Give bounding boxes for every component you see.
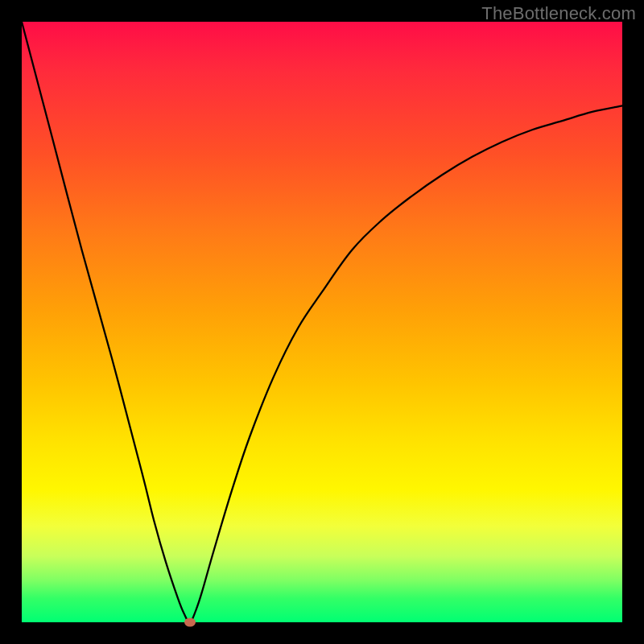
plot-area <box>22 22 622 622</box>
watermark-text: TheBottleneck.com <box>481 3 636 24</box>
chart-frame: TheBottleneck.com <box>0 0 644 644</box>
curve-path <box>22 22 622 622</box>
optimum-marker <box>184 618 196 627</box>
bottleneck-curve <box>22 22 622 622</box>
